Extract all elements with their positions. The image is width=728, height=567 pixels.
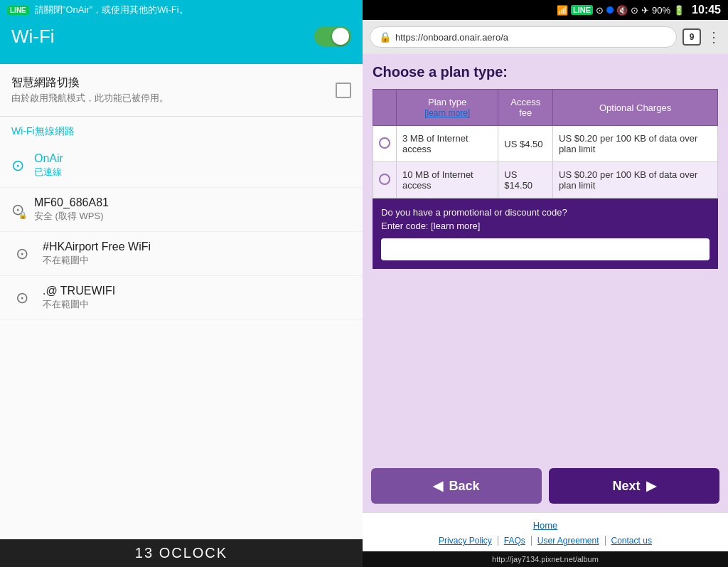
tab-count[interactable]: 9 [682,28,701,46]
status-icons: 📶 LINE ⊙ 🔇 ⊙ ✈ 90% 🔋 [557,5,685,16]
onair-status: 已連線 [34,166,62,177]
next-button[interactable]: Next ▶ [549,468,719,504]
mf60-info: MF60_686A81 安全 (取得 WPS) [34,196,109,223]
home-link[interactable]: Home [533,520,558,531]
radio-button-1[interactable] [379,137,390,149]
access-fee-2: US $14.50 [498,162,553,198]
dot-status [606,6,614,14]
hkairport-info: #HKAirport Free WiFi 不在範圍中 [43,240,151,267]
wifi-icon-onair: ⊙ [11,157,24,174]
mf60-name: MF60_686A81 [34,196,109,209]
smart-network-text: 智慧網路切換 由於啟用飛航模式，此功能已被停用。 [11,75,168,105]
back-label: Back [449,479,479,494]
battery-text: 90% [652,5,670,16]
next-label: Next [612,479,640,494]
onair-info: OnAir 已連線 [34,152,63,179]
signal-icon: 📶 [557,5,568,16]
bottom-bar-right: http://jay7134.pixnet.net/album [363,551,728,567]
back-button[interactable]: ◀ Back [371,468,542,504]
smart-network-checkbox[interactable] [336,83,351,98]
promo-input[interactable] [381,238,710,260]
network-item-truewifi[interactable]: ⊙ .@ TRUEWIFI 不在範圍中 [0,276,363,320]
table-row[interactable]: 10 MB of Internet access US $14.50 US $0… [373,162,718,198]
footer-home: Home [370,519,721,531]
browser-menu-icon[interactable]: ⋮ [707,28,721,46]
lock-icon-mf60: 🔒 [18,211,27,219]
battery-icon: 🔋 [673,5,685,16]
optional-2: US $0.20 per 100 KB of data over plan li… [553,162,718,198]
main-container: LINE 請關閉"OnAir"，或使用其他的Wi-Fi。 Wi-Fi 智慧網路切… [0,0,728,567]
mf60-icon-wrapper: ⊙ 🔒 [11,201,24,219]
optional-1: US $0.20 per 100 KB of data over plan li… [553,126,718,162]
toggle-knob [332,28,349,45]
onair-icon-wrapper: ⊙ [11,157,24,175]
wifi-icon-hkairport: ⊙ [11,245,33,263]
radio-cell-2[interactable] [373,162,397,198]
hkairport-name: #HKAirport Free WiFi [43,240,151,253]
url-text: https://onboard.onair.aero/a [395,32,508,43]
table-header-plan: Plan type[learn more] [397,90,498,126]
next-arrow-icon: ▶ [646,478,656,494]
status-time: 10:45 [692,4,721,16]
browser-footer: Home Privacy Policy FAQs User Agreement … [363,512,728,551]
learn-more-link[interactable]: [learn more] [424,108,470,118]
wifi-networks-label: Wi-Fi無線網路 [0,117,363,144]
radio-cell-1[interactable] [373,126,397,162]
onair-name: OnAir [34,152,63,165]
table-row[interactable]: 3 MB of Internet access US $4.50 US $0.2… [373,126,718,162]
table-header-optional: Optional Charges [553,90,718,126]
network-item-onair[interactable]: ⊙ OnAir 已連線 [0,144,363,188]
plan-table: Plan type[learn more] Access fee Optiona… [373,89,718,198]
footer-link-privacy[interactable]: Privacy Policy [433,536,498,546]
table-header-access: Access fee [498,90,553,126]
smart-network-heading: 智慧網路切換 [11,75,168,90]
plan-name-1: 3 MB of Internet access [397,126,498,162]
back-arrow-icon: ◀ [433,478,443,494]
wifi-status-icon: ⊙ [596,5,604,16]
airplane-icon: ✈ [641,5,649,16]
web-content: Choose a plan type: Plan type[learn more… [363,54,728,460]
plan-name-2: 10 MB of Internet access [397,162,498,198]
wifi-toggle[interactable] [314,26,351,46]
footer-link-user-agreement[interactable]: User Agreement [532,536,606,546]
bottom-bar-left: 13 OCLOCK [0,539,363,567]
mute-icon: 🔇 [616,5,628,16]
access-fee-1: US $4.50 [498,126,553,162]
truewifi-name: .@ TRUEWIFI [43,285,115,297]
address-bar: 🔒 https://onboard.onair.aero/a 9 ⋮ [363,20,728,54]
truewifi-info: .@ TRUEWIFI 不在範圍中 [43,285,115,311]
network-item-mf60[interactable]: ⊙ 🔒 MF60_686A81 安全 (取得 WPS) [0,188,363,232]
network-item-hkairport[interactable]: ⊙ #HKAirport Free WiFi 不在範圍中 [0,232,363,276]
promo-enter-label: Enter code: [learn more] [381,221,710,231]
url-box[interactable]: 🔒 https://onboard.onair.aero/a [370,26,677,48]
footer-link-contact[interactable]: Contact us [606,536,658,546]
notification-bar: LINE 請關閉"OnAir"，或使用其他的Wi-Fi。 [0,0,363,20]
promo-question: Do you have a promotional or discount co… [381,207,710,218]
notification-text: 請關閉"OnAir"，或使用其他的Wi-Fi。 [35,4,188,16]
footer-link-faqs[interactable]: FAQs [498,536,532,546]
mf60-status: 安全 (取得 WPS) [34,211,104,221]
radio-button-2[interactable] [379,174,390,185]
nav-buttons: ◀ Back Next ▶ [363,460,728,512]
wifi-title: Wi-Fi [11,26,55,48]
truewifi-status: 不在範圍中 [43,299,89,309]
table-header-radio [373,90,397,126]
promo-section: Do you have a promotional or discount co… [373,198,718,269]
hkairport-status: 不在範圍中 [43,255,89,265]
status-bar: 📶 LINE ⊙ 🔇 ⊙ ✈ 90% 🔋 10:45 [363,0,728,20]
right-panel: 📶 LINE ⊙ 🔇 ⊙ ✈ 90% 🔋 10:45 🔒 https://onb… [363,0,728,567]
line-icon: LINE [7,6,29,15]
smart-network-subtext: 由於啟用飛航模式，此功能已被停用。 [11,92,168,105]
wifi-icon-truewifi: ⊙ [11,289,33,307]
smart-network-section: 智慧網路切換 由於啟用飛航模式，此功能已被停用。 [0,64,363,117]
left-panel: LINE 請關閉"OnAir"，或使用其他的Wi-Fi。 Wi-Fi 智慧網路切… [0,0,363,567]
wifi-bar-icon: ⊙ [631,5,638,16]
lock-secure-icon: 🔒 [379,31,391,43]
footer-links: Privacy Policy FAQs User Agreement Conta… [370,536,721,546]
page-title: Choose a plan type: [373,64,718,80]
line-status-icon: LINE [571,5,593,15]
